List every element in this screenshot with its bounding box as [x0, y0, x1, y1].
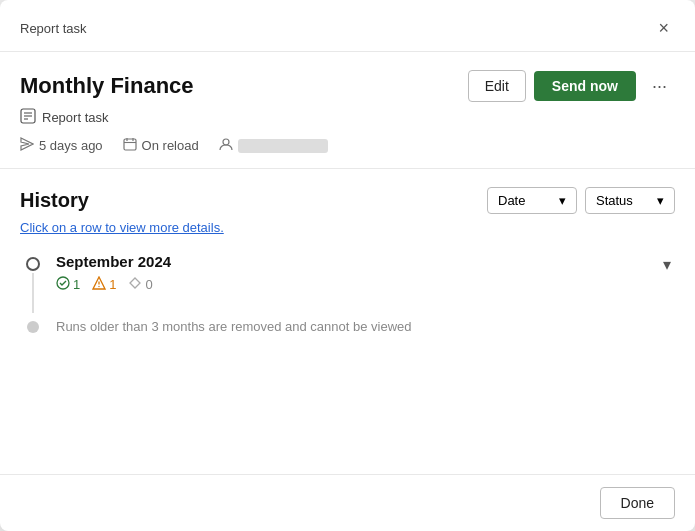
timeline-left	[24, 253, 42, 313]
warning-count: 1	[109, 277, 116, 292]
calendar-icon	[123, 137, 137, 154]
report-task-modal: Report task × Monthly Finance Edit Send …	[0, 0, 695, 531]
history-header: History Date ▾ Status ▾	[20, 187, 675, 214]
user-item	[219, 137, 328, 154]
stat-success: 1	[56, 276, 80, 293]
status-filter-label: Status	[596, 193, 633, 208]
task-actions: Edit Send now ···	[468, 70, 675, 102]
edit-button[interactable]: Edit	[468, 70, 526, 102]
modal-footer: Done	[0, 474, 695, 531]
task-name: Monthly Finance	[20, 73, 194, 99]
more-options-button[interactable]: ···	[644, 72, 675, 101]
task-top: Monthly Finance Edit Send now ···	[20, 70, 675, 102]
history-title: History	[20, 189, 89, 212]
close-button[interactable]: ×	[652, 16, 675, 41]
svg-point-9	[57, 277, 69, 289]
send-now-button[interactable]: Send now	[534, 71, 636, 101]
timeline: September 2024 1	[20, 253, 675, 334]
neutral-icon	[128, 276, 142, 293]
timeline-content-sep2024: September 2024 1	[56, 253, 675, 313]
timeline-dot-sep2024	[26, 257, 40, 271]
task-type: Report task	[20, 108, 675, 127]
date-filter[interactable]: Date ▾	[487, 187, 577, 214]
date-filter-label: Date	[498, 193, 525, 208]
user-avatar-placeholder	[238, 139, 328, 153]
timeline-line	[32, 273, 34, 313]
report-task-icon	[20, 108, 36, 127]
timeline-month-group: September 2024 1	[56, 253, 171, 293]
expand-button-sep2024[interactable]: ▾	[659, 253, 675, 276]
reload-item: On reload	[123, 137, 199, 154]
task-type-label: Report task	[42, 110, 108, 125]
timeline-stats: 1	[56, 276, 171, 293]
svg-rect-4	[124, 139, 136, 150]
date-chevron-icon: ▾	[559, 193, 566, 208]
old-runs-left	[24, 317, 42, 334]
modal-header: Report task ×	[0, 0, 695, 52]
sent-ago-label: 5 days ago	[39, 138, 103, 153]
done-button[interactable]: Done	[600, 487, 675, 519]
sent-ago-item: 5 days ago	[20, 137, 103, 154]
modal-title: Report task	[20, 21, 86, 36]
task-section: Monthly Finance Edit Send now ··· Report…	[0, 52, 695, 169]
timeline-month[interactable]: September 2024	[56, 253, 171, 270]
old-runs-item: Runs older than 3 months are removed and…	[24, 317, 675, 334]
svg-point-11	[99, 286, 100, 287]
timeline-item-sep2024: September 2024 1	[24, 253, 675, 313]
warning-icon	[92, 276, 106, 293]
status-filter[interactable]: Status ▾	[585, 187, 675, 214]
old-runs-dot	[27, 321, 39, 333]
task-meta: 5 days ago On reload	[20, 137, 675, 154]
success-icon	[56, 276, 70, 293]
reload-label: On reload	[142, 138, 199, 153]
stat-warning: 1	[92, 276, 116, 293]
stat-neutral: 0	[128, 276, 152, 293]
user-icon	[219, 137, 233, 154]
filter-row: Date ▾ Status ▾	[487, 187, 675, 214]
success-count: 1	[73, 277, 80, 292]
expand-chevron-icon: ▾	[663, 256, 671, 273]
neutral-count: 0	[145, 277, 152, 292]
old-runs-text: Runs older than 3 months are removed and…	[56, 317, 675, 334]
svg-point-8	[223, 139, 229, 145]
history-section: History Date ▾ Status ▾ Click on a row t…	[0, 169, 695, 474]
status-chevron-icon: ▾	[657, 193, 664, 208]
history-hint-text[interactable]: Click on a row to view more details.	[20, 220, 224, 235]
history-hint: Click on a row to view more details.	[20, 220, 675, 235]
send-icon	[20, 137, 34, 154]
timeline-row: September 2024 1	[56, 253, 675, 293]
